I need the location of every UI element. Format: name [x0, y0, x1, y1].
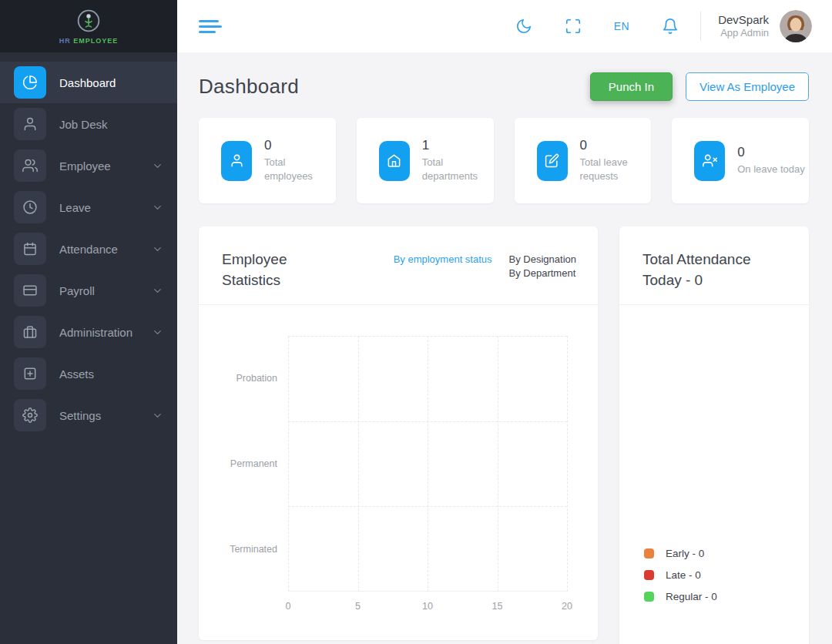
sidebar-item-label: Settings [59, 409, 101, 422]
legend-item-early: Early - 0 [644, 548, 809, 559]
fullscreen-icon[interactable] [565, 18, 582, 35]
brand-employee: EMPLOYEE [73, 37, 118, 45]
notification-bell-icon[interactable] [662, 18, 679, 35]
late-swatch-icon [644, 570, 654, 580]
dark-mode-moon-icon[interactable] [515, 18, 532, 35]
brand-hr: HR [59, 37, 71, 45]
user-role: App Admin [718, 27, 769, 40]
calendar-icon [14, 233, 46, 265]
tab-by-designation[interactable]: By Designation [509, 253, 576, 265]
bar-chart: Probation Permanent Terminated [199, 305, 598, 592]
credit-card-icon [14, 274, 46, 307]
topbar-divider [700, 12, 701, 41]
briefcase-icon [14, 316, 46, 348]
legend-label: Early - 0 [666, 548, 704, 559]
clock-icon [14, 191, 46, 223]
sidebar-item-dashboard[interactable]: Dashboard [0, 62, 177, 103]
stat-label: Total departments [422, 156, 493, 183]
sidebar-item-attendance[interactable]: Attendance [0, 228, 177, 270]
stat-label: Total leave requests [580, 156, 651, 183]
attendance-legend: Early - 0 Late - 0 Regular - 0 [619, 305, 809, 602]
legend-label: Regular - 0 [666, 591, 717, 602]
sidebar-item-settings[interactable]: Settings [0, 394, 177, 436]
chevron-down-icon [152, 285, 163, 297]
stat-value: 0 [264, 138, 335, 153]
x-tick: 5 [355, 601, 361, 612]
user-name: DevSpark [718, 12, 769, 28]
chevron-down-icon [152, 202, 163, 213]
sidebar-item-label: Payroll [59, 284, 95, 297]
punch-in-button[interactable]: Punch In [590, 72, 673, 101]
stat-card-on-leave-today: 0 On leave today [672, 118, 809, 203]
y-axis-label: Terminated [199, 506, 288, 592]
total-attendance-card: Total Attendance Today - 0 Early - 0 Lat… [619, 226, 809, 644]
app-logo-text: HR EMPLOYEE [59, 37, 119, 45]
avatar[interactable] [780, 10, 812, 42]
main-content: Dashboard Punch In View As Employee 0 To… [177, 52, 832, 644]
legend-item-late: Late - 0 [644, 569, 809, 581]
chart-plot-area [288, 336, 567, 592]
plus-square-icon [14, 357, 46, 390]
chevron-down-icon [152, 160, 163, 172]
x-axis: 0 5 10 15 20 [288, 592, 567, 615]
regular-swatch-icon [644, 592, 654, 602]
chevron-down-icon [152, 327, 163, 338]
y-axis-label: Probation [199, 336, 288, 421]
sidebar-item-label: Assets [59, 367, 94, 381]
sidebar-item-job-desk[interactable]: Job Desk [0, 103, 177, 145]
sidebar-item-administration[interactable]: Administration [0, 311, 177, 353]
sidebar-item-label: Attendance [59, 243, 118, 256]
sidebar: HR EMPLOYEE Dashboard Job Desk [0, 0, 177, 644]
legend-item-regular: Regular - 0 [644, 591, 809, 602]
user-x-icon [694, 141, 725, 181]
chevron-down-icon [152, 243, 163, 255]
page-title: Dashboard [199, 75, 299, 99]
legend-label: Late - 0 [666, 569, 701, 581]
sidebar-item-employee[interactable]: Employee [0, 145, 177, 186]
y-axis-label: Permanent [199, 421, 288, 507]
tab-by-department[interactable]: By Department [509, 267, 576, 279]
sidebar-toggle-button[interactable] [199, 20, 222, 33]
x-tick: 0 [286, 601, 291, 612]
stat-label: Total employees [264, 156, 335, 183]
user-menu[interactable]: DevSpark App Admin [718, 12, 769, 40]
sidebar-item-assets[interactable]: Assets [0, 353, 177, 394]
employee-statistics-title: Employee Statistics [222, 250, 330, 304]
gear-icon [14, 399, 46, 431]
early-swatch-icon [644, 548, 654, 558]
employee-statistics-card: Employee Statistics By employment status… [199, 226, 598, 640]
edit-icon [537, 141, 568, 181]
pie-chart-icon [14, 66, 46, 99]
home-icon [379, 141, 410, 181]
user-icon [221, 141, 252, 181]
stat-card-total-employees: 0 Total employees [199, 118, 336, 203]
sidebar-item-label: Job Desk [59, 118, 108, 131]
stat-label: On leave today [737, 163, 804, 176]
language-selector[interactable]: EN [614, 20, 629, 32]
users-icon [14, 149, 46, 182]
x-tick: 10 [422, 601, 433, 612]
sidebar-item-label: Employee [59, 159, 111, 173]
app-logo-emblem-icon [76, 8, 101, 36]
stats-row: 0 Total employees 1 Total departments [199, 118, 809, 203]
stat-value: 0 [580, 138, 651, 153]
view-as-employee-button[interactable]: View As Employee [686, 72, 809, 101]
sidebar-item-payroll[interactable]: Payroll [0, 270, 177, 311]
sidebar-item-label: Dashboard [59, 76, 116, 89]
app-logo[interactable]: HR EMPLOYEE [0, 0, 177, 52]
topbar: EN DevSpark App Admin [177, 0, 832, 52]
stat-value: 1 [422, 138, 493, 153]
stat-card-total-departments: 1 Total departments [357, 118, 494, 203]
user-icon [14, 108, 46, 140]
total-attendance-title: Total Attendance Today - 0 [642, 250, 787, 304]
sidebar-item-leave[interactable]: Leave [0, 186, 177, 228]
sidebar-item-label: Administration [59, 326, 133, 339]
stat-card-total-leave-requests: 0 Total leave requests [515, 118, 652, 203]
stat-value: 0 [737, 145, 804, 160]
sidebar-item-label: Leave [59, 201, 91, 214]
x-tick: 15 [492, 601, 503, 612]
x-tick: 20 [562, 601, 572, 612]
tab-by-employment-status[interactable]: By employment status [394, 253, 492, 265]
chevron-down-icon [152, 410, 163, 421]
sidebar-menu: Dashboard Job Desk Employee [0, 52, 177, 436]
